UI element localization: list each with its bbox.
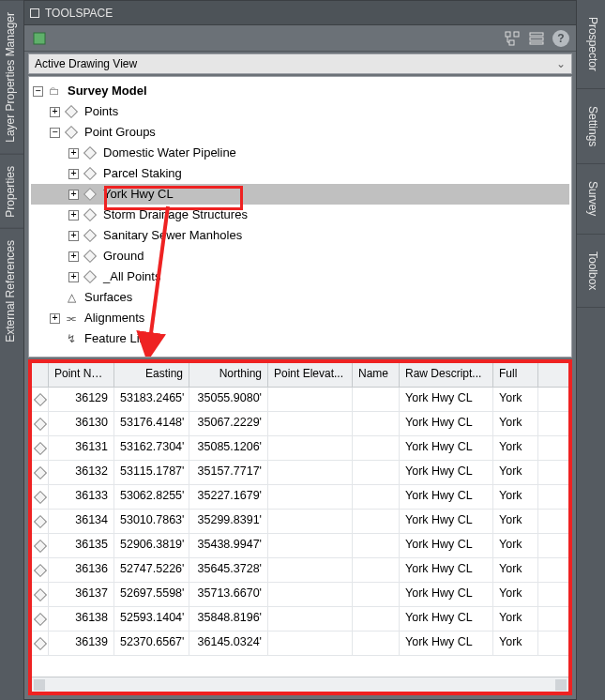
cell-full-description[interactable]: York xyxy=(493,388,538,411)
table-row[interactable]: 3613652747.5226'35645.3728'York Hwy CLYo… xyxy=(32,558,568,583)
cell-elevation[interactable] xyxy=(268,436,353,460)
cell-elevation[interactable] xyxy=(268,607,353,631)
cell-point-number[interactable]: 36137 xyxy=(49,583,114,606)
table-row[interactable]: 3613752697.5598'35713.6670'York Hwy CLYo… xyxy=(32,583,568,607)
cell-full-description[interactable]: York xyxy=(493,485,538,509)
table-row[interactable]: 3613153162.7304'35085.1206'York Hwy CLYo… xyxy=(32,436,568,461)
expander-icon[interactable]: + xyxy=(68,148,79,159)
expander-icon[interactable]: + xyxy=(50,107,60,117)
tree-node-pg-storm-drainage[interactable]: + Storm Drainage Structures xyxy=(31,205,569,225)
table-row[interactable]: 3613253115.1787'35157.7717'York Hwy CLYo… xyxy=(32,461,568,485)
cell-raw-description[interactable]: York Hwy CL xyxy=(400,412,493,435)
cell-easting[interactable]: 52370.6567' xyxy=(114,632,189,655)
cell-point-number[interactable]: 36139 xyxy=(49,632,114,655)
right-tab-toolbox[interactable]: Toolbox xyxy=(577,235,605,308)
tree-node-pg-all-points[interactable]: + _All Points xyxy=(31,266,569,287)
cell-name[interactable] xyxy=(353,461,400,484)
table-row[interactable]: 3613353062.8255'35227.1679'York Hwy CLYo… xyxy=(32,485,568,510)
cell-point-number[interactable]: 36129 xyxy=(49,388,114,411)
cell-name[interactable] xyxy=(353,485,400,509)
tree-node-alignments[interactable]: + ⫘ Alignments xyxy=(31,308,569,328)
cell-raw-description[interactable]: York Hwy CL xyxy=(400,388,493,411)
cell-full-description[interactable]: York xyxy=(493,534,538,557)
grid-header-raw-description[interactable]: Raw Descript... xyxy=(400,363,493,387)
view-mode-dropdown[interactable]: Active Drawing View ⌄ xyxy=(28,53,572,74)
cell-full-description[interactable]: York xyxy=(493,436,538,460)
cell-raw-description[interactable]: York Hwy CL xyxy=(400,632,493,655)
cell-name[interactable] xyxy=(353,412,400,435)
tree-node-pg-ground[interactable]: + Ground xyxy=(31,246,569,266)
cell-northing[interactable]: 35227.1679' xyxy=(189,485,268,509)
cell-point-number[interactable]: 36131 xyxy=(49,436,114,460)
window-menu-icon[interactable] xyxy=(30,8,39,18)
right-tab-settings[interactable]: Settings xyxy=(577,89,605,164)
cell-name[interactable] xyxy=(353,510,400,533)
grid-header-point-number[interactable]: Point Num... xyxy=(49,363,114,387)
cell-raw-description[interactable]: York Hwy CL xyxy=(400,510,493,533)
cell-easting[interactable]: 52747.5226' xyxy=(114,558,189,582)
cell-easting[interactable]: 53062.8255' xyxy=(114,485,189,509)
table-row[interactable]: 3613852593.1404'35848.8196'York Hwy CLYo… xyxy=(32,607,568,632)
grid-header-name[interactable]: Name xyxy=(353,363,400,387)
cell-point-number[interactable]: 36132 xyxy=(49,461,114,484)
cell-elevation[interactable] xyxy=(268,461,353,484)
cell-full-description[interactable]: York xyxy=(493,607,538,631)
tree-node-pg-york-hwy-cl[interactable]: + York Hwy CL xyxy=(31,184,569,205)
cell-elevation[interactable] xyxy=(268,534,353,557)
cell-full-description[interactable]: York xyxy=(493,510,538,533)
cell-point-number[interactable]: 36135 xyxy=(49,534,114,557)
cell-northing[interactable]: 35055.9080' xyxy=(189,388,268,411)
tree-node-surfaces[interactable]: △ Surfaces xyxy=(31,287,569,308)
expander-icon[interactable]: + xyxy=(68,251,79,262)
cell-northing[interactable]: 35299.8391' xyxy=(189,510,268,533)
cell-easting[interactable]: 52697.5598' xyxy=(114,583,189,606)
table-row[interactable]: 3613952370.6567'36145.0324'York Hwy CLYo… xyxy=(32,632,568,656)
cell-elevation[interactable] xyxy=(268,583,353,606)
cell-full-description[interactable]: York xyxy=(493,412,538,435)
table-row[interactable]: 3612953183.2465'35055.9080'York Hwy CLYo… xyxy=(32,388,568,412)
expander-icon[interactable]: + xyxy=(68,169,79,179)
grid-header-icon-col[interactable] xyxy=(32,363,49,387)
cell-name[interactable] xyxy=(353,388,400,411)
grid-header-elevation[interactable]: Point Elevat... xyxy=(268,363,353,387)
left-tab-layer-properties[interactable]: Layer Properties Manager xyxy=(0,0,23,154)
cell-easting[interactable]: 53115.1787' xyxy=(114,461,189,484)
cell-name[interactable] xyxy=(353,558,400,582)
cell-elevation[interactable] xyxy=(268,412,353,435)
cell-easting[interactable]: 52906.3819' xyxy=(114,534,189,557)
grid-body[interactable]: 3612953183.2465'35055.9080'York Hwy CLYo… xyxy=(32,388,568,677)
cell-easting[interactable]: 52593.1404' xyxy=(114,607,189,631)
cell-name[interactable] xyxy=(353,534,400,557)
tree-root-survey-model[interactable]: − Survey Model xyxy=(31,81,569,101)
tree-node-pg-parcel-staking[interactable]: + Parcel Staking xyxy=(31,163,569,184)
horizontal-scrollbar[interactable] xyxy=(32,677,568,692)
cell-full-description[interactable]: York xyxy=(493,461,538,484)
table-row[interactable]: 3613453010.7863'35299.8391'York Hwy CLYo… xyxy=(32,510,568,534)
expander-icon[interactable]: + xyxy=(68,210,79,221)
expander-icon[interactable]: + xyxy=(50,313,60,324)
expander-icon[interactable]: − xyxy=(50,128,60,138)
cell-raw-description[interactable]: York Hwy CL xyxy=(400,607,493,631)
tree-node-pg-sanitary-sewer[interactable]: + Sanitary Sewer Manholes xyxy=(31,225,569,246)
tree-node-feature-lines[interactable]: ↯ Feature Lines xyxy=(31,328,569,349)
tree-view-icon[interactable] xyxy=(503,29,522,48)
table-row[interactable]: 3613552906.3819'35438.9947'York Hwy CLYo… xyxy=(32,534,568,558)
cell-name[interactable] xyxy=(353,436,400,460)
cell-full-description[interactable]: York xyxy=(493,632,538,655)
cell-northing[interactable]: 36145.0324' xyxy=(189,632,268,655)
cell-raw-description[interactable]: York Hwy CL xyxy=(400,583,493,606)
grid-header-full-description[interactable]: Full xyxy=(493,363,538,387)
grid-header-easting[interactable]: Easting xyxy=(114,363,189,387)
cell-elevation[interactable] xyxy=(268,558,353,582)
cell-easting[interactable]: 53183.2465' xyxy=(114,388,189,411)
cell-full-description[interactable]: York xyxy=(493,583,538,606)
cell-point-number[interactable]: 36138 xyxy=(49,607,114,631)
cell-northing[interactable]: 35713.6670' xyxy=(189,583,268,606)
left-tab-properties[interactable]: Properties xyxy=(0,154,23,229)
cell-easting[interactable]: 53010.7863' xyxy=(114,510,189,533)
cell-point-number[interactable]: 36136 xyxy=(49,558,114,582)
left-tab-external-references[interactable]: External References xyxy=(0,228,23,354)
cell-name[interactable] xyxy=(353,583,400,606)
cell-raw-description[interactable]: York Hwy CL xyxy=(400,436,493,460)
expander-icon[interactable]: + xyxy=(68,190,79,200)
